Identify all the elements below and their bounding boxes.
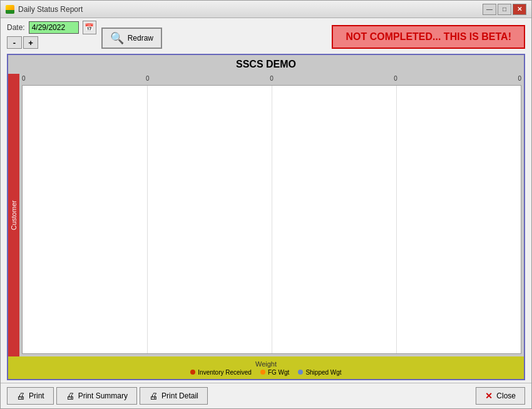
- print-detail-label: Print Detail: [161, 391, 198, 400]
- chart-ticks: 0 0 0 0 0: [19, 74, 524, 85]
- legend-item-fg: FG Wgt: [260, 369, 289, 376]
- legend-items: Inventory Received FG Wgt Shipped Wgt: [190, 369, 341, 376]
- redraw-label: Redraw: [128, 34, 153, 43]
- legend-dot-shipped: [298, 370, 303, 375]
- grid-line-1: [147, 86, 148, 353]
- chart-legend: Weight Inventory Received FG Wgt Shipped…: [8, 356, 524, 379]
- legend-item-shipped: Shipped Wgt: [298, 369, 341, 376]
- redraw-button[interactable]: 🔍 Redraw: [101, 28, 162, 49]
- date-zoom-group: Date: 📅 - +: [7, 21, 96, 49]
- title-controls: — □ ✕: [483, 4, 526, 15]
- app-icon: [6, 5, 14, 14]
- main-window: Daily Status Report — □ ✕ Date: 📅 - + 🔍 …: [0, 0, 532, 409]
- legend-label-fg: FG Wgt: [268, 369, 289, 376]
- calendar-button[interactable]: 📅: [83, 21, 96, 34]
- zoom-plus-button[interactable]: +: [23, 36, 38, 49]
- date-input[interactable]: [29, 21, 79, 34]
- toolbar: Date: 📅 - + 🔍 Redraw NOT COMPLETED... TH…: [1, 18, 531, 51]
- redraw-icon: 🔍: [110, 31, 124, 45]
- grid-line-2: [272, 86, 272, 353]
- tick-1: 0: [146, 75, 150, 84]
- print-summary-button[interactable]: 🖨 Print Summary: [56, 387, 137, 405]
- legend-dot-inventory: [190, 370, 195, 375]
- chart-title: SSCS DEMO: [8, 55, 524, 74]
- y-axis-label: Customer: [8, 74, 19, 356]
- tick-0: 0: [22, 75, 26, 84]
- print-button[interactable]: 🖨 Print: [7, 387, 54, 405]
- zoom-minus-button[interactable]: -: [7, 36, 22, 49]
- chart-grid-area: Customer 0 0 0 0 0: [8, 74, 524, 356]
- date-row: Date: 📅: [7, 21, 96, 34]
- legend-item-inventory: Inventory Received: [190, 369, 252, 376]
- zoom-row: - +: [7, 36, 96, 49]
- legend-dot-fg: [260, 370, 265, 375]
- title-bar: Daily Status Report — □ ✕: [1, 1, 531, 18]
- tick-3: 0: [394, 75, 397, 84]
- minimize-button[interactable]: —: [483, 4, 496, 15]
- footer-bar: 🖨 Print 🖨 Print Summary 🖨 Print Detail ✕…: [1, 383, 531, 408]
- print-label: Print: [29, 391, 44, 400]
- tick-2: 0: [270, 75, 274, 84]
- print-summary-label: Print Summary: [78, 391, 128, 400]
- print-icon: 🖨: [16, 391, 25, 401]
- chart-area: SSCS DEMO Customer 0 0 0 0 0 Weight: [7, 54, 525, 380]
- print-detail-icon: 🖨: [149, 391, 158, 401]
- legend-title: Weight: [255, 360, 277, 368]
- date-label: Date:: [7, 23, 25, 32]
- grid-line-3: [396, 86, 397, 353]
- legend-label-inventory: Inventory Received: [198, 369, 252, 376]
- close-label: Close: [496, 391, 516, 400]
- close-title-button[interactable]: ✕: [513, 4, 526, 15]
- chart-inner: 0 0 0 0 0: [19, 74, 524, 356]
- legend-label-shipped: Shipped Wgt: [305, 369, 341, 376]
- close-x-icon: ✕: [485, 391, 493, 401]
- print-detail-button[interactable]: 🖨 Print Detail: [140, 387, 208, 405]
- close-button[interactable]: ✕ Close: [476, 387, 525, 405]
- tick-4: 0: [518, 75, 521, 84]
- chart-plot: [22, 85, 521, 354]
- print-summary-icon: 🖨: [66, 391, 74, 401]
- title-bar-left: Daily Status Report: [6, 5, 83, 14]
- window-title: Daily Status Report: [18, 5, 83, 14]
- beta-notice: NOT COMPLETED... THIS IS BETA!: [332, 25, 525, 49]
- maximize-button[interactable]: □: [498, 4, 511, 15]
